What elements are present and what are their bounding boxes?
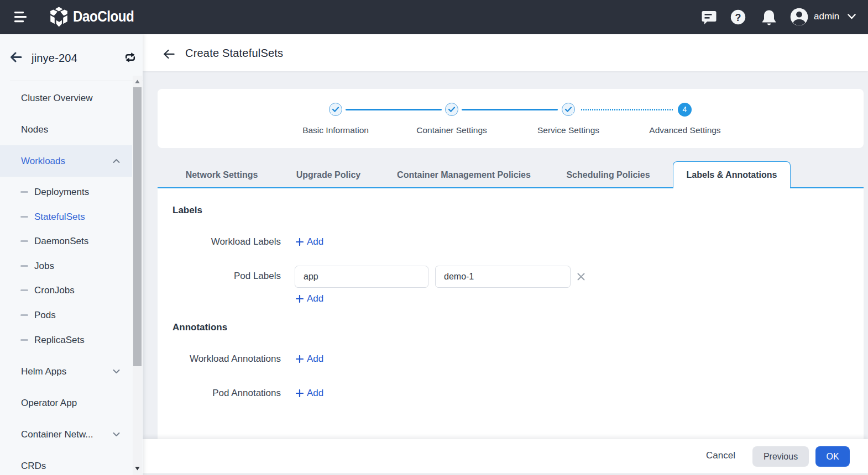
svg-text:?: ? xyxy=(735,12,741,23)
